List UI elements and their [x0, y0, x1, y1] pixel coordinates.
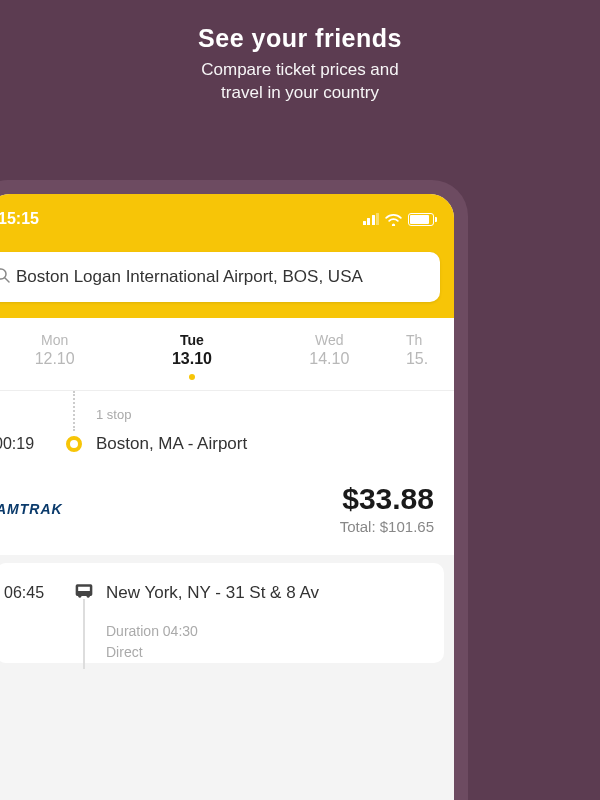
svg-line-1: [5, 278, 9, 282]
price: $33.88: [340, 482, 434, 516]
duration-text: Duration 04:30: [106, 621, 444, 642]
svg-point-3: [87, 595, 90, 598]
search-input[interactable]: [16, 267, 426, 287]
cellular-icon: [363, 213, 380, 225]
result-card-2[interactable]: 06:45 New York, NY - 31 St & 8 Av: [0, 563, 444, 663]
status-bar: 15:15: [0, 194, 454, 244]
date-item-thu[interactable]: Th 15.: [398, 332, 454, 380]
screen: 15:15: [0, 194, 454, 800]
departure-time-2: 06:45: [0, 584, 62, 602]
hero-section: See your friends Compare ticket prices a…: [0, 0, 600, 105]
active-date-indicator: [189, 374, 195, 380]
carrier-logo: AMTRAK: [0, 501, 63, 517]
search-field[interactable]: [0, 252, 440, 302]
battery-icon: [408, 213, 434, 226]
date-selector: Mon 12.10 Tue 13.10 Wed 14.10 Th 15.: [0, 318, 454, 391]
status-time: 15:15: [0, 210, 39, 228]
departure-place: Boston, MA - Airport: [96, 434, 454, 454]
route-row-2: 06:45 New York, NY - 31 St & 8 Av: [0, 563, 444, 615]
price-row: AMTRAK $33.88 Total: $101.65: [0, 464, 454, 555]
date-item-wed[interactable]: Wed 14.10: [261, 332, 398, 380]
search-section: [0, 244, 454, 318]
price-block: $33.88 Total: $101.65: [340, 482, 434, 535]
route-row: 00:19 Boston, MA - Airport: [0, 422, 454, 464]
duration-block: Duration 04:30 Direct: [0, 615, 444, 663]
svg-point-2: [79, 595, 82, 598]
result-card-1[interactable]: 1 stop 00:19 Boston, MA - Airport AMTRAK…: [0, 391, 454, 555]
wifi-icon: [385, 213, 402, 226]
status-icons: [363, 213, 435, 226]
stops-label: 1 stop: [0, 391, 454, 422]
date-item-mon[interactable]: Mon 12.10: [0, 332, 123, 380]
hero-subtitle: Compare ticket prices and travel in your…: [0, 59, 600, 105]
route-marker: [52, 436, 96, 452]
departure-place-2: New York, NY - 31 St & 8 Av: [106, 583, 444, 603]
results-list: 1 stop 00:19 Boston, MA - Airport AMTRAK…: [0, 391, 454, 663]
date-item-tue[interactable]: Tue 13.10: [123, 332, 260, 380]
hero-title: See your friends: [0, 24, 600, 53]
search-icon: [0, 267, 10, 287]
device-frame: 15:15: [0, 180, 468, 800]
direct-label: Direct: [106, 642, 444, 663]
departure-time: 00:19: [0, 435, 52, 453]
stop-ring-icon: [66, 436, 82, 452]
total-price: Total: $101.65: [340, 518, 434, 535]
